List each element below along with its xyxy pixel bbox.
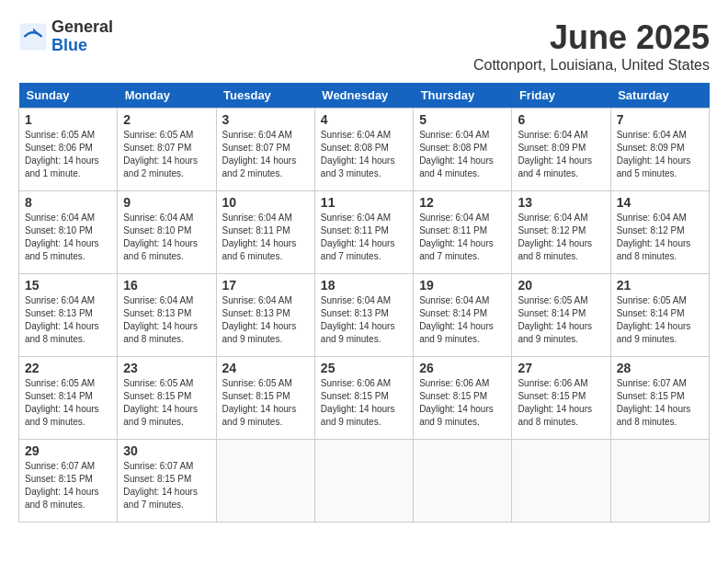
- day-info: Sunrise: 6:04 AMSunset: 8:13 PMDaylight:…: [321, 294, 407, 346]
- day-info: Sunrise: 6:04 AMSunset: 8:08 PMDaylight:…: [321, 129, 407, 180]
- day-number: 13: [518, 195, 604, 210]
- month-title: June 2025: [473, 18, 710, 57]
- day-number: 17: [222, 278, 309, 293]
- calendar-cell: 12Sunrise: 6:04 AMSunset: 8:11 PMDayligh…: [414, 191, 512, 274]
- day-number: 22: [25, 361, 111, 375]
- weekday-header-monday: Monday: [118, 83, 216, 109]
- day-info: Sunrise: 6:04 AMSunset: 8:13 PMDaylight:…: [123, 294, 210, 346]
- calendar-cell: 15Sunrise: 6:04 AMSunset: 8:13 PMDayligh…: [19, 274, 118, 357]
- day-number: 14: [617, 195, 703, 210]
- day-info: Sunrise: 6:04 AMSunset: 8:11 PMDaylight:…: [222, 212, 309, 263]
- calendar-cell: 18Sunrise: 6:04 AMSunset: 8:13 PMDayligh…: [314, 274, 413, 357]
- day-number: 19: [419, 278, 506, 293]
- calendar-cell: 26Sunrise: 6:06 AMSunset: 8:15 PMDayligh…: [414, 357, 512, 440]
- calendar-cell: 2Sunrise: 6:05 AMSunset: 8:07 PMDaylight…: [118, 109, 216, 191]
- weekday-header-friday: Friday: [512, 83, 610, 109]
- calendar-cell: 9Sunrise: 6:04 AMSunset: 8:10 PMDaylight…: [118, 191, 216, 274]
- weekday-header-tuesday: Tuesday: [216, 83, 314, 109]
- day-info: Sunrise: 6:04 AMSunset: 8:07 PMDaylight:…: [222, 129, 309, 180]
- week-row-3: 15Sunrise: 6:04 AMSunset: 8:13 PMDayligh…: [19, 274, 710, 357]
- day-number: 16: [123, 278, 210, 293]
- week-row-2: 8Sunrise: 6:04 AMSunset: 8:10 PMDaylight…: [19, 191, 710, 274]
- week-row-4: 22Sunrise: 6:05 AMSunset: 8:14 PMDayligh…: [19, 357, 710, 440]
- day-number: 20: [518, 278, 604, 293]
- day-info: Sunrise: 6:04 AMSunset: 8:13 PMDaylight:…: [25, 294, 111, 346]
- calendar-cell: 29Sunrise: 6:07 AMSunset: 8:15 PMDayligh…: [19, 440, 118, 523]
- calendar-cell: 10Sunrise: 6:04 AMSunset: 8:11 PMDayligh…: [216, 191, 314, 274]
- day-number: 1: [25, 112, 111, 127]
- calendar-cell: 3Sunrise: 6:04 AMSunset: 8:07 PMDaylight…: [216, 109, 314, 191]
- calendar-cell: 30Sunrise: 6:07 AMSunset: 8:15 PMDayligh…: [118, 440, 216, 523]
- calendar-cell: 8Sunrise: 6:04 AMSunset: 8:10 PMDaylight…: [19, 191, 118, 274]
- day-info: Sunrise: 6:04 AMSunset: 8:09 PMDaylight:…: [617, 129, 703, 180]
- day-info: Sunrise: 6:04 AMSunset: 8:10 PMDaylight:…: [25, 212, 111, 263]
- day-info: Sunrise: 6:04 AMSunset: 8:12 PMDaylight:…: [617, 212, 703, 263]
- weekday-header-sunday: Sunday: [19, 83, 118, 109]
- calendar-cell: 21Sunrise: 6:05 AMSunset: 8:14 PMDayligh…: [610, 274, 709, 357]
- calendar-cell: 4Sunrise: 6:04 AMSunset: 8:08 PMDaylight…: [314, 109, 413, 191]
- day-number: 4: [321, 112, 407, 127]
- logo-icon: [18, 22, 48, 52]
- day-number: 10: [222, 195, 309, 210]
- calendar-cell: [314, 440, 413, 523]
- day-number: 6: [518, 112, 604, 127]
- day-info: Sunrise: 6:05 AMSunset: 8:07 PMDaylight:…: [123, 129, 210, 180]
- day-info: Sunrise: 6:04 AMSunset: 8:11 PMDaylight:…: [321, 212, 407, 263]
- logo-general-text: General: [51, 18, 113, 37]
- day-info: Sunrise: 6:04 AMSunset: 8:12 PMDaylight:…: [518, 212, 604, 263]
- day-number: 11: [321, 195, 407, 210]
- svg-rect-0: [20, 23, 47, 50]
- header: General Blue June 2025 Cottonport, Louis…: [18, 18, 710, 74]
- day-number: 21: [617, 278, 703, 293]
- calendar-cell: [414, 440, 512, 523]
- day-number: 3: [222, 112, 309, 127]
- day-info: Sunrise: 6:05 AMSunset: 8:14 PMDaylight:…: [25, 377, 111, 429]
- day-info: Sunrise: 6:07 AMSunset: 8:15 PMDaylight:…: [617, 377, 703, 429]
- day-number: 18: [321, 278, 407, 293]
- day-info: Sunrise: 6:05 AMSunset: 8:14 PMDaylight:…: [518, 294, 604, 346]
- calendar-cell: 1Sunrise: 6:05 AMSunset: 8:06 PMDaylight…: [19, 109, 118, 191]
- calendar-cell: 11Sunrise: 6:04 AMSunset: 8:11 PMDayligh…: [314, 191, 413, 274]
- week-row-5: 29Sunrise: 6:07 AMSunset: 8:15 PMDayligh…: [19, 440, 710, 523]
- day-info: Sunrise: 6:07 AMSunset: 8:15 PMDaylight:…: [123, 460, 210, 511]
- calendar-cell: 5Sunrise: 6:04 AMSunset: 8:08 PMDaylight…: [414, 109, 512, 191]
- day-info: Sunrise: 6:05 AMSunset: 8:15 PMDaylight:…: [123, 377, 210, 429]
- logo-blue-text: Blue: [51, 37, 113, 55]
- calendar-cell: 23Sunrise: 6:05 AMSunset: 8:15 PMDayligh…: [118, 357, 216, 440]
- weekday-header-saturday: Saturday: [610, 83, 709, 109]
- day-number: 26: [419, 361, 506, 375]
- day-number: 9: [123, 195, 210, 210]
- weekday-header-row: SundayMondayTuesdayWednesdayThursdayFrid…: [19, 83, 710, 109]
- day-number: 8: [25, 195, 111, 210]
- day-info: Sunrise: 6:06 AMSunset: 8:15 PMDaylight:…: [518, 377, 604, 429]
- day-info: Sunrise: 6:04 AMSunset: 8:11 PMDaylight:…: [419, 212, 506, 263]
- day-info: Sunrise: 6:04 AMSunset: 8:08 PMDaylight:…: [419, 129, 506, 180]
- calendar-cell: 7Sunrise: 6:04 AMSunset: 8:09 PMDaylight…: [610, 109, 709, 191]
- logo: General Blue: [18, 18, 113, 55]
- day-info: Sunrise: 6:05 AMSunset: 8:15 PMDaylight:…: [222, 377, 309, 429]
- day-info: Sunrise: 6:05 AMSunset: 8:06 PMDaylight:…: [25, 129, 111, 180]
- day-info: Sunrise: 6:06 AMSunset: 8:15 PMDaylight:…: [321, 377, 407, 429]
- day-number: 29: [25, 443, 111, 458]
- day-number: 2: [123, 112, 210, 127]
- day-info: Sunrise: 6:05 AMSunset: 8:14 PMDaylight:…: [617, 294, 703, 346]
- calendar-table: SundayMondayTuesdayWednesdayThursdayFrid…: [18, 83, 710, 523]
- location-title: Cottonport, Louisiana, United States: [473, 57, 710, 74]
- day-info: Sunrise: 6:04 AMSunset: 8:09 PMDaylight:…: [518, 129, 604, 180]
- weekday-header-thursday: Thursday: [414, 83, 512, 109]
- week-row-1: 1Sunrise: 6:05 AMSunset: 8:06 PMDaylight…: [19, 109, 710, 191]
- calendar-cell: 19Sunrise: 6:04 AMSunset: 8:14 PMDayligh…: [414, 274, 512, 357]
- day-number: 5: [419, 112, 506, 127]
- day-info: Sunrise: 6:07 AMSunset: 8:15 PMDaylight:…: [25, 460, 111, 511]
- calendar-cell: 27Sunrise: 6:06 AMSunset: 8:15 PMDayligh…: [512, 357, 610, 440]
- calendar-cell: [610, 440, 709, 523]
- day-info: Sunrise: 6:04 AMSunset: 8:14 PMDaylight:…: [419, 294, 506, 346]
- calendar-cell: 25Sunrise: 6:06 AMSunset: 8:15 PMDayligh…: [314, 357, 413, 440]
- calendar-cell: 16Sunrise: 6:04 AMSunset: 8:13 PMDayligh…: [118, 274, 216, 357]
- day-number: 12: [419, 195, 506, 210]
- logo-text: General Blue: [51, 18, 113, 55]
- day-number: 25: [321, 361, 407, 375]
- calendar-cell: 14Sunrise: 6:04 AMSunset: 8:12 PMDayligh…: [610, 191, 709, 274]
- calendar-cell: 17Sunrise: 6:04 AMSunset: 8:13 PMDayligh…: [216, 274, 314, 357]
- day-number: 23: [123, 361, 210, 375]
